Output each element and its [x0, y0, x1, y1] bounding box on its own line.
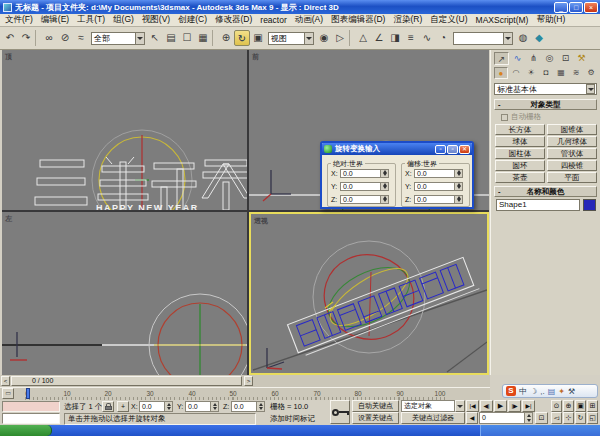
- mini-curve-editor-icon[interactable]: ▭: [2, 388, 14, 399]
- cylinder-button[interactable]: 圆柱体: [495, 148, 545, 159]
- menu-rendering[interactable]: 渲染(R): [393, 14, 422, 26]
- viewport-label-front[interactable]: 前: [252, 53, 259, 61]
- ime-toolbar[interactable]: S 中 ☽ ,. ▤ ✦ ⚒: [502, 384, 598, 398]
- spacewarps-category-icon[interactable]: ≋: [569, 67, 583, 79]
- menu-tools[interactable]: 工具(T): [77, 14, 105, 26]
- reference-coordsys-dropdown[interactable]: 视图: [268, 32, 314, 45]
- absolute-z-input[interactable]: 0.0: [340, 195, 381, 204]
- menu-edit[interactable]: 编辑(E): [41, 14, 69, 26]
- set-key-button[interactable]: 设置关键点: [352, 412, 399, 424]
- render-setup-icon[interactable]: ◍: [515, 30, 531, 46]
- current-frame-field[interactable]: 0: [479, 412, 525, 424]
- rectangular-selection-icon[interactable]: ☐: [179, 30, 195, 46]
- sphere-button[interactable]: 球体: [495, 136, 545, 147]
- start-button[interactable]: [0, 425, 52, 436]
- use-pivot-center-icon[interactable]: ◉: [316, 30, 332, 46]
- systems-category-icon[interactable]: ⚙: [584, 67, 598, 79]
- transform-typein-toggle-icon[interactable]: +: [117, 401, 129, 412]
- spinner[interactable]: [257, 401, 265, 412]
- min-max-toggle-icon[interactable]: ◱: [587, 412, 598, 424]
- spinner[interactable]: [381, 195, 389, 204]
- angle-snap-icon[interactable]: ∠: [371, 30, 387, 46]
- time-slider[interactable]: < 0 / 100 >: [0, 375, 490, 387]
- primitive-category-dropdown[interactable]: 标准基本体: [494, 83, 597, 95]
- perspective-viewport-canvas[interactable]: 透视: [251, 214, 487, 373]
- rotate-gizmo-outer[interactable]: [149, 294, 247, 375]
- menu-help[interactable]: 帮助(H): [536, 14, 565, 26]
- dialog-titlebar[interactable]: 旋转变换输入 ▫ ▫ ✕: [322, 143, 472, 155]
- torus-button[interactable]: 圆环: [495, 160, 545, 171]
- select-rotate-icon[interactable]: ↻: [234, 30, 250, 46]
- spinner[interactable]: [455, 182, 463, 191]
- key-filter-dropdown[interactable]: 选定对象: [401, 400, 455, 412]
- go-to-start-icon[interactable]: |◀: [466, 400, 479, 412]
- viewport-perspective-active[interactable]: 透视: [249, 212, 489, 375]
- motion-tab-icon[interactable]: ◎: [542, 52, 557, 65]
- maxscript-mini-listener[interactable]: [2, 413, 60, 424]
- select-object-icon[interactable]: ↖: [147, 30, 163, 46]
- curve-editor-icon[interactable]: ∿: [419, 30, 435, 46]
- name-color-rollout[interactable]: - 名称和颜色: [494, 186, 597, 197]
- spinner[interactable]: [525, 412, 533, 424]
- window-close-button[interactable]: ×: [584, 2, 598, 13]
- geosphere-button[interactable]: 几何球体: [547, 136, 597, 147]
- window-maximize-button[interactable]: □: [569, 2, 583, 13]
- spinner[interactable]: [211, 401, 219, 412]
- spinner[interactable]: [165, 401, 173, 412]
- helpers-category-icon[interactable]: ▦: [554, 67, 568, 79]
- lights-category-icon[interactable]: ☀: [524, 67, 538, 79]
- viewport-label-perspective[interactable]: 透视: [253, 217, 268, 225]
- unlink-icon[interactable]: ⊘: [57, 30, 73, 46]
- selection-filter-dropdown[interactable]: 全部: [91, 32, 145, 45]
- ime-softkeyboard-icon[interactable]: ▤: [548, 387, 556, 396]
- bind-spacewarp-icon[interactable]: ≈: [73, 30, 89, 46]
- dropdown-arrow-icon[interactable]: [304, 33, 313, 44]
- field-of-view-icon[interactable]: ◅: [551, 412, 562, 424]
- previous-key-icon[interactable]: ◀: [466, 412, 478, 424]
- current-frame-marker[interactable]: [26, 388, 30, 399]
- offset-x-input[interactable]: 0.0: [414, 169, 455, 178]
- menu-modifiers[interactable]: 修改器(D): [215, 14, 252, 26]
- macro-recorder-mini[interactable]: [2, 401, 60, 412]
- quick-render-icon[interactable]: ◆: [531, 30, 547, 46]
- spinner[interactable]: [455, 169, 463, 178]
- ime-logo-icon[interactable]: S: [506, 386, 516, 396]
- selection-lock-icon[interactable]: [102, 401, 114, 412]
- ime-settings-icon[interactable]: ⚒: [568, 387, 575, 396]
- next-frame-icon[interactable]: |▶: [508, 400, 521, 412]
- dropdown-arrow-icon[interactable]: [586, 84, 595, 94]
- zoom-extents-all-icon[interactable]: ⊞: [587, 400, 598, 412]
- add-time-tag[interactable]: 添加时间标记: [270, 414, 315, 424]
- cameras-category-icon[interactable]: ◘: [539, 67, 553, 79]
- set-key-icon-button[interactable]: [330, 400, 350, 424]
- key-filters-button[interactable]: 关键点过滤器: [401, 412, 465, 424]
- zoom-extents-icon[interactable]: ▣: [575, 400, 586, 412]
- offset-z-input[interactable]: 0.0: [414, 195, 455, 204]
- display-tab-icon[interactable]: ⊡: [558, 52, 573, 65]
- dialog-close-button[interactable]: ✕: [459, 145, 470, 154]
- auto-key-button[interactable]: 自动关键点: [352, 400, 399, 412]
- object-name-field[interactable]: Shape1: [496, 199, 580, 211]
- menu-file[interactable]: 文件(F): [5, 14, 33, 26]
- menu-animation[interactable]: 动画(A): [295, 14, 323, 26]
- ime-mode-icon[interactable]: 中: [519, 386, 527, 397]
- object-type-rollout[interactable]: - 对象类型: [494, 99, 597, 110]
- menu-reactor[interactable]: reactor: [260, 15, 286, 25]
- crossing-selection-icon[interactable]: ▦: [195, 30, 211, 46]
- tube-button[interactable]: 管状体: [547, 148, 597, 159]
- geometry-category-icon[interactable]: ●: [494, 67, 508, 79]
- box-button[interactable]: 长方体: [495, 124, 545, 135]
- status-x-field[interactable]: 0.0: [139, 401, 165, 412]
- offset-y-input[interactable]: 0.0: [414, 182, 455, 191]
- ime-punctuation-icon[interactable]: ,.: [540, 387, 544, 396]
- next-frame-arrow[interactable]: >: [244, 376, 253, 386]
- spinner[interactable]: [381, 169, 389, 178]
- dialog-maximize-button[interactable]: ▫: [447, 145, 458, 154]
- left-viewport-canvas[interactable]: 左: [2, 212, 247, 375]
- menu-views[interactable]: 视图(V): [142, 14, 170, 26]
- plane-button[interactable]: 平面: [547, 172, 597, 183]
- pyramid-button[interactable]: 四棱锥: [547, 160, 597, 171]
- select-manipulate-icon[interactable]: ▷: [332, 30, 348, 46]
- menu-customize[interactable]: 自定义(U): [430, 14, 467, 26]
- rotate-gizmo-axis-line[interactable]: [369, 272, 371, 336]
